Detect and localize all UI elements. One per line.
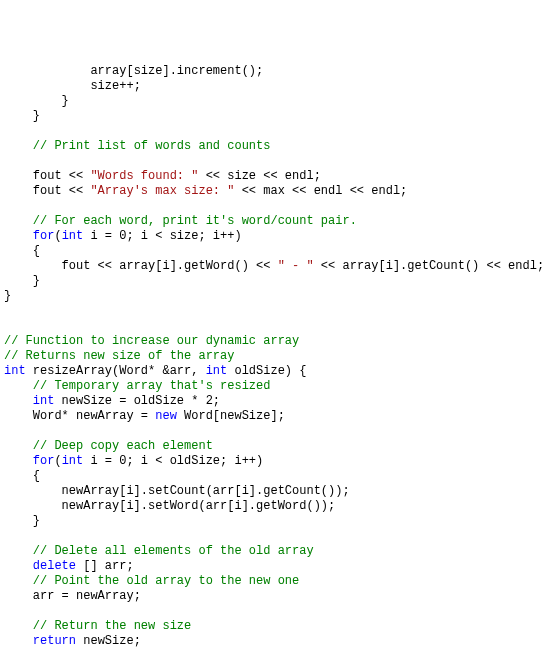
code-line — [4, 424, 545, 439]
code-indent — [4, 109, 33, 123]
code-token: int — [33, 394, 55, 408]
code-line: } — [4, 274, 545, 289]
code-line: newArray[i].setWord(arr[i].getWord()); — [4, 499, 545, 514]
code-token: fout << — [33, 184, 91, 198]
code-line: fout << "Words found: " << size << endl; — [4, 169, 545, 184]
code-token: i = 0; i < oldSize; i++) — [83, 454, 263, 468]
code-line — [4, 304, 545, 319]
code-token: << max << endl << endl; — [234, 184, 407, 198]
code-token: << size << endl; — [198, 169, 320, 183]
code-indent — [4, 469, 33, 483]
code-indent — [4, 184, 33, 198]
code-token: resizeArray(Word* &arr, — [26, 364, 206, 378]
code-line — [4, 199, 545, 214]
code-token: int — [206, 364, 228, 378]
code-indent — [4, 559, 33, 573]
code-indent — [4, 499, 62, 513]
code-line: int resizeArray(Word* &arr, int oldSize)… — [4, 364, 545, 379]
code-snippet: array[size].increment(); size++; } } // … — [4, 64, 545, 649]
code-indent — [4, 274, 33, 288]
code-token: } — [33, 514, 40, 528]
code-token: newArray[i].setWord(arr[i].getWord()); — [62, 499, 336, 513]
code-indent — [4, 514, 33, 528]
code-indent — [4, 574, 33, 588]
code-line: // Temporary array that's resized — [4, 379, 545, 394]
code-indent — [4, 634, 33, 648]
code-line: newArray[i].setCount(arr[i].getCount()); — [4, 484, 545, 499]
code-indent — [4, 139, 33, 153]
code-token: newArray[i].setCount(arr[i].getCount()); — [62, 484, 350, 498]
code-line: // Delete all elements of the old array — [4, 544, 545, 559]
code-line: fout << array[i].getWord() << " - " << a… — [4, 259, 545, 274]
code-token: { — [33, 244, 40, 258]
code-token: } — [4, 289, 11, 303]
code-token: new — [155, 409, 177, 423]
code-line: fout << "Array's max size: " << max << e… — [4, 184, 545, 199]
code-token: // Temporary array that's resized — [33, 379, 271, 393]
code-line: // Deep copy each element — [4, 439, 545, 454]
code-line: int newSize = oldSize * 2; — [4, 394, 545, 409]
code-line: arr = newArray; — [4, 589, 545, 604]
code-indent — [4, 94, 62, 108]
code-indent — [4, 169, 33, 183]
code-token: "Words found: " — [90, 169, 198, 183]
code-token: delete — [33, 559, 76, 573]
code-line: // Print list of words and counts — [4, 139, 545, 154]
code-line: for(int i = 0; i < oldSize; i++) — [4, 454, 545, 469]
code-line: array[size].increment(); — [4, 64, 545, 79]
code-token: // For each word, print it's word/count … — [33, 214, 357, 228]
code-indent — [4, 244, 33, 258]
code-indent — [4, 484, 62, 498]
code-indent — [4, 409, 33, 423]
code-indent — [4, 79, 90, 93]
code-line: // Point the old array to the new one — [4, 574, 545, 589]
code-line: size++; — [4, 79, 545, 94]
code-token: Word* newArray = — [33, 409, 155, 423]
code-token: for — [33, 229, 55, 243]
code-token: Word[newSize]; — [177, 409, 285, 423]
code-indent — [4, 394, 33, 408]
code-indent — [4, 64, 90, 78]
code-token: // Function to increase our dynamic arra… — [4, 334, 299, 348]
code-indent — [4, 214, 33, 228]
code-indent — [4, 259, 62, 273]
code-token: "Array's max size: " — [90, 184, 234, 198]
code-token: // Delete all elements of the old array — [33, 544, 314, 558]
code-line: delete [] arr; — [4, 559, 545, 574]
code-line — [4, 529, 545, 544]
code-indent — [4, 544, 33, 558]
code-line: Word* newArray = new Word[newSize]; — [4, 409, 545, 424]
code-token: << array[i].getCount() << endl; — [314, 259, 544, 273]
code-token: } — [33, 274, 40, 288]
code-indent — [4, 619, 33, 633]
code-token: } — [33, 109, 40, 123]
code-token: array[size].increment(); — [90, 64, 263, 78]
code-token: " - " — [278, 259, 314, 273]
code-token: return — [33, 634, 76, 648]
code-indent — [4, 589, 33, 603]
code-token: int — [62, 454, 84, 468]
code-line: return newSize; — [4, 634, 545, 649]
code-line: // Returns new size of the array — [4, 349, 545, 364]
code-line — [4, 604, 545, 619]
code-line: // Return the new size — [4, 619, 545, 634]
code-token: { — [33, 469, 40, 483]
code-line: } — [4, 514, 545, 529]
code-line — [4, 154, 545, 169]
code-token: int — [4, 364, 26, 378]
code-token: int — [62, 229, 84, 243]
code-token: oldSize) { — [227, 364, 306, 378]
code-token: newSize; — [76, 634, 141, 648]
code-indent — [4, 454, 33, 468]
code-token: // Point the old array to the new one — [33, 574, 299, 588]
code-token: ( — [54, 229, 61, 243]
code-indent — [4, 229, 33, 243]
code-line — [4, 319, 545, 334]
code-line: // For each word, print it's word/count … — [4, 214, 545, 229]
code-token: // Returns new size of the array — [4, 349, 234, 363]
code-token: fout << array[i].getWord() << — [62, 259, 278, 273]
code-line: { — [4, 469, 545, 484]
code-token: // Print list of words and counts — [33, 139, 271, 153]
code-line: // Function to increase our dynamic arra… — [4, 334, 545, 349]
code-token: fout << — [33, 169, 91, 183]
